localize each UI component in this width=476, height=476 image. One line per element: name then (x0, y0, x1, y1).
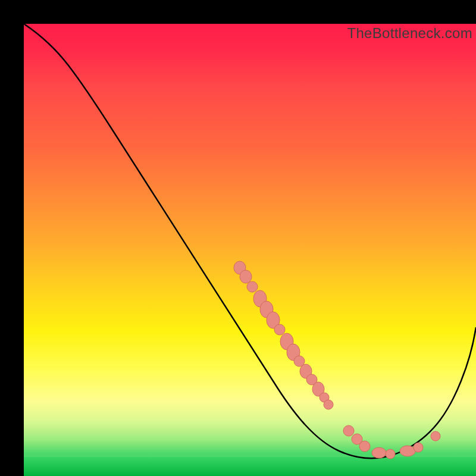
marker-cluster-upper (234, 261, 285, 335)
plot-area: TheBottleneck.com (24, 24, 476, 476)
svg-point-20 (400, 446, 415, 456)
svg-point-17 (359, 441, 370, 452)
svg-point-18 (372, 447, 386, 458)
svg-point-22 (431, 431, 440, 441)
marker-cluster-bottom (343, 425, 440, 459)
svg-point-21 (414, 443, 423, 452)
svg-point-19 (386, 449, 395, 459)
svg-point-2 (247, 281, 258, 292)
svg-point-14 (324, 400, 333, 409)
bottleneck-curve (24, 24, 476, 458)
svg-point-6 (274, 324, 285, 335)
chart-frame: TheBottleneck.com (0, 0, 476, 476)
marker-cluster-mid (280, 333, 333, 409)
svg-point-1 (240, 270, 252, 283)
svg-point-15 (343, 425, 354, 436)
chart-overlay (24, 24, 476, 476)
watermark-text: TheBottleneck.com (347, 25, 472, 42)
